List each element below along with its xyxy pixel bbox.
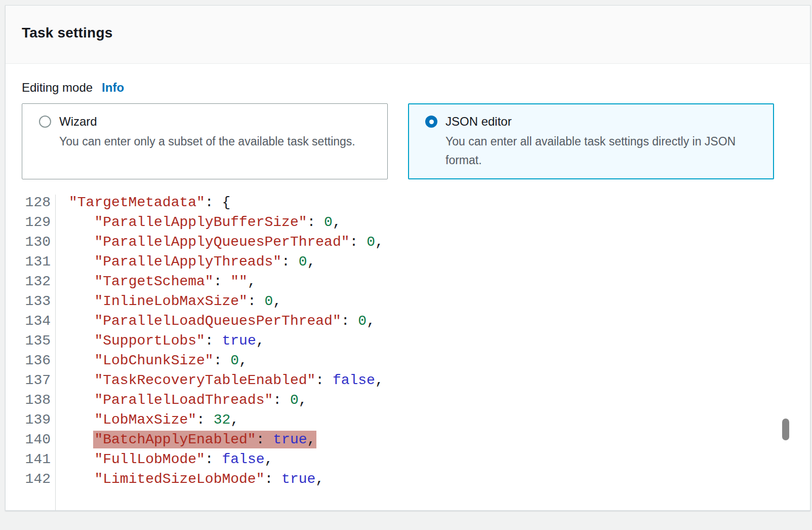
line-number: 131 [6, 252, 55, 272]
code-line-141[interactable]: 141 "FullLobMode": false, [6, 449, 810, 469]
code-line-129[interactable]: 129 "ParallelApplyBufferSize": 0, [6, 212, 810, 232]
code-line-130[interactable]: 130 "ParallelApplyQueuesPerThread": 0, [6, 232, 810, 252]
tile-json-editor-description: You can enter all available task setting… [445, 132, 759, 170]
code-text: "TargetSchema": "", [55, 272, 256, 291]
line-number: 139 [6, 410, 55, 430]
line-number: 132 [6, 272, 55, 291]
tile-json-editor-top: JSON editor [425, 115, 761, 129]
line-number: 137 [6, 370, 55, 390]
line-number: 141 [6, 449, 55, 469]
code-lines: 128"TargetMetadata": {129 "ParallelApply… [6, 193, 810, 489]
code-line-133[interactable]: 133 "InlineLobMaxSize": 0, [6, 291, 810, 311]
code-line-137[interactable]: 137 "TaskRecoveryTableEnabled": false, [6, 370, 810, 390]
json-editor-radio[interactable] [425, 116, 437, 128]
code-line-131[interactable]: 131 "ParallelApplyThreads": 0, [6, 252, 810, 272]
code-line-135[interactable]: 135 "SupportLobs": true, [6, 331, 810, 351]
wizard-radio[interactable] [39, 116, 51, 128]
line-number: 142 [6, 469, 55, 489]
code-text: "FullLobMode": false, [55, 449, 273, 469]
tile-wizard[interactable]: Wizard You can enter only a subset of th… [22, 103, 388, 179]
code-text: "TargetMetadata": { [55, 193, 230, 212]
code-text: "LimitedSizeLobMode": true, [55, 469, 324, 489]
code-line-142[interactable]: 142 "LimitedSizeLobMode": true, [6, 469, 810, 489]
scrollbar-thumb[interactable] [782, 419, 789, 440]
line-number: 136 [6, 351, 55, 370]
line-number: 140 [6, 430, 55, 449]
code-text: "BatchApplyEnabled": true, [55, 430, 315, 449]
editing-mode-tiles: Wizard You can enter only a subset of th… [22, 103, 794, 179]
line-number: 134 [6, 311, 55, 331]
code-line-140[interactable]: 140 "BatchApplyEnabled": true, [6, 430, 810, 449]
code-text: "ParallelApplyQueuesPerThread": 0, [55, 232, 384, 252]
card-header: Task settings [6, 6, 810, 64]
info-link[interactable]: Info [102, 81, 124, 95]
json-code-editor[interactable]: 128"TargetMetadata": {129 "ParallelApply… [6, 193, 810, 510]
gutter-divider [55, 195, 56, 510]
code-text: "TaskRecoveryTableEnabled": false, [55, 370, 384, 390]
page-title: Task settings [22, 25, 794, 41]
tile-wizard-top: Wizard [39, 115, 375, 129]
line-number: 133 [6, 291, 55, 311]
code-line-139[interactable]: 139 "LobMaxSize": 32, [6, 410, 810, 430]
code-text: "ParallelApplyBufferSize": 0, [55, 212, 341, 232]
tile-wizard-description: You can enter only a subset of the avail… [59, 132, 373, 151]
tile-wizard-label: Wizard [59, 115, 97, 129]
code-text: "InlineLobMaxSize": 0, [55, 291, 281, 311]
line-number: 135 [6, 331, 55, 351]
code-line-134[interactable]: 134 "ParallelLoadQueuesPerThread": 0, [6, 311, 810, 331]
editing-mode-label: Editing mode [22, 81, 93, 95]
card-body: Editing mode Info Wizard You can enter o… [6, 64, 810, 510]
code-text: "SupportLobs": true, [55, 331, 265, 351]
highlighted-code: "BatchApplyEnabled": true, [94, 432, 315, 447]
code-text: "LobChunkSize": 0, [55, 351, 248, 370]
code-line-138[interactable]: 138 "ParallelLoadThreads": 0, [6, 390, 810, 410]
tile-json-editor-label: JSON editor [445, 115, 512, 129]
line-number: 128 [6, 193, 55, 212]
code-text: "ParallelApplyThreads": 0, [55, 252, 315, 272]
line-number: 129 [6, 212, 55, 232]
code-text: "ParallelLoadThreads": 0, [55, 390, 307, 410]
code-text: "LobMaxSize": 32, [55, 410, 239, 430]
code-line-128[interactable]: 128"TargetMetadata": { [6, 193, 810, 212]
code-line-132[interactable]: 132 "TargetSchema": "", [6, 272, 810, 291]
line-number: 138 [6, 390, 55, 410]
code-text: "ParallelLoadQueuesPerThread": 0, [55, 311, 375, 331]
line-number: 130 [6, 232, 55, 252]
editing-mode-row: Editing mode Info [22, 81, 794, 95]
code-line-136[interactable]: 136 "LobChunkSize": 0, [6, 351, 810, 370]
task-settings-card: Task settings Editing mode Info Wizard Y… [5, 5, 810, 511]
tile-json-editor[interactable]: JSON editor You can enter all available … [408, 103, 774, 179]
